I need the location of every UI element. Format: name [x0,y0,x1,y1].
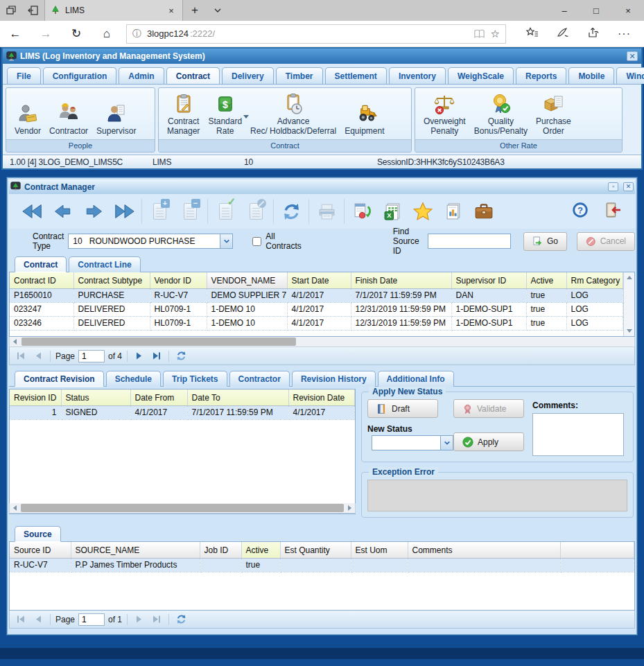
standard-rate-dropdown-icon[interactable] [243,115,249,119]
column-header[interactable]: Finish Date [351,272,451,288]
quality-bonus-penalty-button[interactable]: Quality Bonus/Penalty [473,91,529,137]
back-icon[interactable]: ← [0,27,31,41]
tab-revision-history[interactable]: Revision History [292,371,376,387]
home-icon[interactable]: ⌂ [92,27,122,41]
forward-icon[interactable]: → [31,27,61,41]
window-restore-icon[interactable]: ▫ [608,182,618,191]
scroll-up-icon[interactable] [624,272,634,283]
last-page-icon[interactable] [150,350,164,362]
contract-manager-button[interactable]: Contract Manager [166,91,201,137]
tab-configuration[interactable]: Configuration [43,67,117,84]
favorite-button[interactable] [408,198,438,225]
tab-source[interactable]: Source [15,526,61,542]
scroll-left-icon[interactable] [10,503,20,513]
column-header[interactable]: Job ID [200,542,241,558]
contract-manager-title-bar[interactable]: Contract Manager ▫ ✕ [9,179,635,194]
export-report-button[interactable] [347,198,377,225]
pager-refresh-icon[interactable] [174,613,188,626]
column-header[interactable]: Est Quantity [280,542,351,558]
column-header[interactable]: Status [61,389,130,405]
first-page-icon[interactable] [14,350,28,362]
tab-delivery[interactable]: Delivery [222,67,274,84]
browser-tab[interactable]: LIMS × [44,0,183,21]
previous-page-icon[interactable] [31,613,45,626]
supervisor-button[interactable]: Supervisor [95,101,137,137]
horizontal-scrollbar[interactable] [9,337,635,347]
last-record-button[interactable] [109,198,139,225]
tab-weighscale[interactable]: WeighScale [448,67,514,84]
tab-mobile[interactable]: Mobile [568,67,614,84]
tab-reports[interactable]: Reports [516,67,566,84]
column-header[interactable]: Active [241,542,280,558]
find-source-input[interactable] [428,234,511,249]
column-header[interactable]: Revision Date [288,389,355,405]
column-header[interactable]: Est Uom [351,542,408,558]
table-row[interactable]: R-UC-V7P.P James Timber Productstrue [10,558,634,572]
column-header[interactable]: Comments [408,542,560,558]
revision-horizontal-scrollbar[interactable] [9,503,356,514]
purchase-order-button[interactable]: Purchase Order [534,91,573,137]
contract-type-select[interactable]: 10 ROUNDWOOD PURCHASE [68,234,233,249]
first-page-icon[interactable] [14,613,28,626]
column-header[interactable]: Date To [187,389,288,405]
column-header[interactable]: Supervisor ID [451,272,526,288]
column-header[interactable]: Contract ID [10,272,73,288]
tab-contract-revision[interactable]: Contract Revision [15,371,104,387]
scrollbar-thumb[interactable] [21,338,296,346]
column-header[interactable]: Active [526,272,566,288]
column-header[interactable]: SOURCE_NAME [71,542,200,558]
briefcase-button[interactable] [469,198,499,225]
pager-refresh-icon[interactable] [174,350,188,362]
tab-contract[interactable]: Contract [166,67,220,84]
next-page-icon[interactable] [132,613,146,626]
previous-page-icon[interactable] [31,350,45,362]
vendor-button[interactable]: Vendor [13,101,42,137]
column-header[interactable]: Start Date [287,272,351,288]
standard-rate-button[interactable]: $ Standard Rate [207,91,243,137]
tab-schedule[interactable]: Schedule [106,371,161,387]
site-info-icon[interactable]: ⓘ [132,28,141,40]
cancel-edit-button[interactable] [241,198,271,225]
draft-button[interactable]: Draft [367,399,438,418]
column-header[interactable]: Vendor ID [150,272,207,288]
table-row[interactable]: P1650010PURCHASER-UC-V7DEMO SUPPLIER 74/… [10,288,623,302]
advance-rec-holdback-deferral-button[interactable]: Advance Rec/ Holdback/Deferral [249,91,338,137]
column-header[interactable]: Revision ID [10,389,61,405]
scroll-left-icon[interactable] [10,337,20,347]
tab-contract-grid[interactable]: Contract [15,256,67,272]
equipment-button[interactable]: Equipment [343,101,385,137]
table-row[interactable]: 1SIGNED4/1/20177/1/2017 11:59:59 PM4/1/2… [10,405,355,419]
last-page-icon[interactable] [150,613,164,626]
scrollbar-thumb[interactable] [21,504,344,512]
tab-file[interactable]: File [7,67,41,84]
next-record-button[interactable] [78,198,109,225]
tab-timber[interactable]: Timber [276,67,323,84]
go-button[interactable]: Go [523,232,567,251]
tab-contract-line[interactable]: Contract Line [69,256,140,272]
page-input[interactable] [78,613,105,626]
column-header[interactable]: Rm Category [566,272,623,288]
validate-button[interactable]: Validate [453,399,524,418]
set-tabs-aside-icon[interactable] [22,0,44,21]
contractor-button[interactable]: Contractor [48,101,89,137]
column-header[interactable]: Date From [130,389,187,405]
refresh-page-icon[interactable]: ↻ [61,26,92,41]
minimize-button[interactable]: – [548,0,580,21]
column-header[interactable]: Source ID [10,542,71,558]
tab-trip-tickets[interactable]: Trip Tickets [163,371,227,387]
previous-record-button[interactable] [48,198,78,225]
scroll-right-icon[interactable] [345,503,355,513]
tab-list-chevron-icon[interactable] [207,0,229,21]
add-favorite-icon[interactable]: ☆ [491,28,500,40]
print-button[interactable] [311,198,342,225]
validate-record-button[interactable]: ✓ [210,198,241,225]
new-tab-button[interactable]: + [183,0,207,21]
tab-settlement[interactable]: Settlement [325,67,387,84]
cancel-button[interactable]: Cancel [577,232,635,251]
column-header[interactable]: Contract Subtype [73,272,150,288]
table-row[interactable]: 023247DELIVEREDHL0709-11-DEMO 104/1/2017… [10,302,623,316]
add-record-button[interactable]: + [144,198,175,225]
apply-button[interactable]: Apply [453,432,524,451]
maximize-button[interactable]: □ [580,0,612,21]
app-close-icon[interactable]: ✕ [627,51,638,61]
